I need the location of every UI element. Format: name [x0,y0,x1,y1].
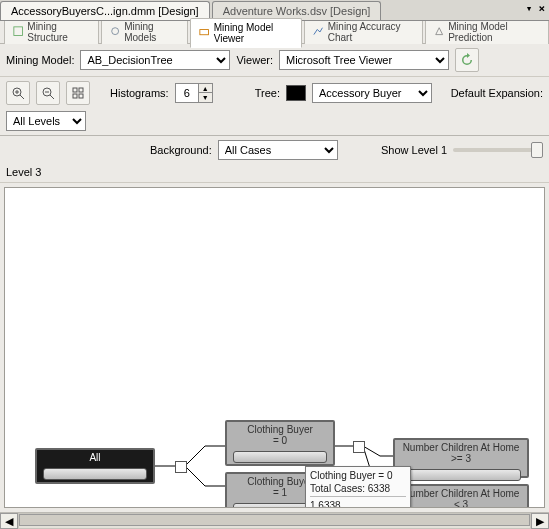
viewer-label: Viewer: [236,54,272,66]
refresh-viewer-button[interactable] [455,48,479,72]
tab-mining-structure[interactable]: Mining Structure [4,17,99,47]
svg-line-8 [50,95,54,99]
default-expansion-select[interactable]: All Levels [6,111,86,131]
node-tooltip: Clothing Buyer = 0 Total Cases: 6338 1 6… [305,466,411,508]
mining-model-label: Mining Model: [6,54,74,66]
toolbar-row-3: Background: All Cases Show Level 1 Level… [0,136,549,183]
node-histogram-bar [401,469,521,481]
background-label: Background: [150,144,212,156]
svg-rect-2 [200,30,209,35]
expand-junction[interactable] [353,441,365,453]
viewer-icon [199,27,209,39]
histograms-stepper[interactable]: ▲▼ [175,83,213,103]
node-label: All [37,450,153,465]
zoom-out-button[interactable] [36,81,60,105]
prediction-icon [434,26,444,38]
tree-label: Tree: [255,87,280,99]
tab-label: Mining Structure [27,21,90,43]
refresh-icon [460,53,474,67]
stepper-down[interactable]: ▼ [198,93,212,102]
zoom-out-icon [41,86,55,100]
designer-sub-tabs: Mining Structure Mining Models Mining Mo… [0,21,549,44]
node-label: Clothing Buyer= 0 [227,422,333,448]
node-label: Number Children At Home< 3 [395,486,527,508]
tab-label: Mining Model Viewer [214,22,294,44]
show-level-start-label: Show Level 1 [381,144,447,156]
node-label: Number Children At Home>= 3 [395,440,527,466]
close-icon[interactable]: × [538,2,545,15]
node-histogram-bar [43,468,147,480]
expand-junction[interactable] [175,461,187,473]
scroll-track[interactable] [18,513,531,529]
tooltip-title: Clothing Buyer = 0 [310,469,406,482]
svg-rect-11 [79,88,83,92]
tab-mining-models[interactable]: Mining Models [101,17,189,47]
background-select[interactable]: All Cases [218,140,338,160]
tree-canvas[interactable]: All Clothing Buyer= 0 Clothing Buyer= 1 … [4,187,545,508]
scroll-thumb[interactable] [19,514,530,526]
zoom-in-icon [11,86,25,100]
fit-button[interactable] [66,81,90,105]
svg-line-4 [20,95,24,99]
svg-rect-10 [73,88,77,92]
tree-select[interactable]: Accessory Buyer [312,83,432,103]
zoom-in-button[interactable] [6,81,30,105]
histograms-label: Histograms: [110,87,169,99]
tooltip-total: Total Cases: 6338 [310,482,406,497]
tree-node-root[interactable]: All [35,448,155,484]
tab-mining-accuracy-chart[interactable]: Mining Accuracy Chart [304,17,422,47]
show-level-slider[interactable] [453,148,543,152]
tree-node-children-lt3[interactable]: Number Children At Home< 3 [393,484,529,508]
tree-node-children-ge3[interactable]: Number Children At Home>= 3 [393,438,529,478]
tab-label: Mining Models [124,21,179,43]
scroll-right-button[interactable]: ▶ [531,513,549,529]
toolbar-row-1: Mining Model: AB_DecisionTree Viewer: Mi… [0,44,549,77]
tab-mining-model-viewer[interactable]: Mining Model Viewer [190,18,302,48]
tree-node-clothing-0[interactable]: Clothing Buyer= 0 [225,420,335,466]
tab-label: Mining Model Prediction [448,21,540,43]
histograms-value[interactable] [176,84,198,102]
fit-icon [71,86,85,100]
scroll-left-button[interactable]: ◀ [0,513,18,529]
stepper-up[interactable]: ▲ [198,84,212,93]
slider-thumb[interactable] [531,142,543,158]
chart-icon [313,26,323,38]
node-histogram-bar [233,451,327,463]
tab-label: Mining Accuracy Chart [328,21,414,43]
structure-icon [13,26,23,38]
horizontal-scrollbar[interactable]: ◀ ▶ [0,512,549,529]
svg-point-1 [112,28,119,35]
doc-tab-active[interactable]: AccessoryBuyersC...ign.dmm [Design] [0,1,210,20]
mining-model-select[interactable]: AB_DecisionTree [80,50,230,70]
svg-rect-13 [79,94,83,98]
default-expansion-label: Default Expansion: [451,87,543,99]
tooltip-row: 1 6338 [310,499,406,508]
window-menu-icon[interactable]: ▾ [526,2,533,15]
svg-rect-0 [14,27,23,36]
models-icon [110,26,120,38]
tab-mining-model-prediction[interactable]: Mining Model Prediction [425,17,549,47]
toolbar-row-2: Histograms: ▲▼ Tree: Accessory Buyer Def… [0,77,549,136]
svg-rect-12 [73,94,77,98]
show-level-end-label: Level 3 [6,166,41,178]
designer-window: AccessoryBuyersC...ign.dmm [Design] Adve… [0,0,549,529]
tree-color-swatch[interactable] [286,85,306,101]
viewer-select[interactable]: Microsoft Tree Viewer [279,50,449,70]
window-controls: ▾ × [526,2,545,15]
